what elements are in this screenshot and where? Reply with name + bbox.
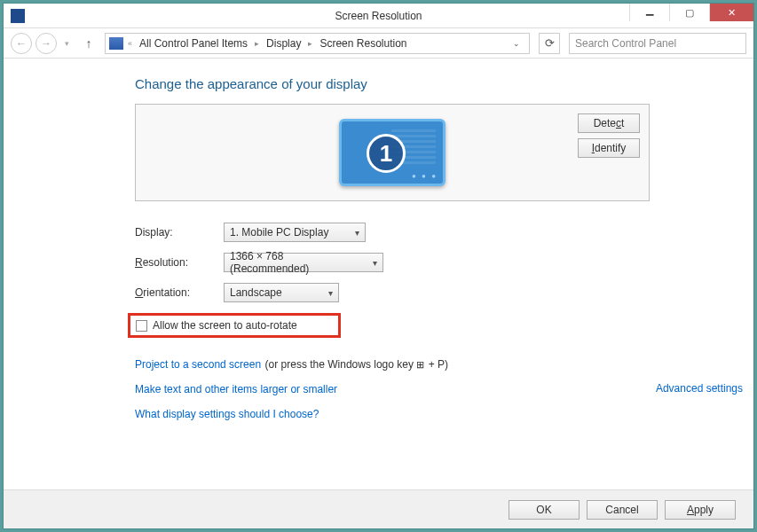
project-hint: (or press the Windows logo key (265, 358, 417, 371)
minimize-button[interactable] (629, 4, 669, 21)
search-input[interactable]: Search Control Panel (569, 33, 746, 54)
breadcrumb-item[interactable]: All Control Panel Items (137, 36, 250, 51)
autorotate-label: Allow the screen to auto-rotate (153, 319, 297, 332)
maximize-button[interactable] (669, 4, 709, 21)
windows-key-icon: ⊞ (416, 359, 424, 370)
identify-button[interactable]: Identify (578, 138, 640, 158)
breadcrumb-separator: « (125, 39, 135, 48)
refresh-button[interactable]: ⟳ (539, 33, 560, 54)
display-preview: 1 ● ● ● Detect Identify (135, 104, 650, 201)
app-icon (11, 9, 25, 23)
breadcrumb-separator: ▸ (305, 39, 315, 48)
page-heading: Change the appearance of your display (135, 76, 650, 91)
orientation-label: Orientation: (135, 286, 224, 299)
cancel-button[interactable]: Cancel (587, 500, 658, 520)
window-frame: Screen Resolution ← → ▾ ↑ « All Control … (3, 3, 754, 529)
breadcrumb-item[interactable]: Screen Resolution (317, 36, 409, 51)
back-button[interactable]: ← (11, 33, 32, 54)
forward-button[interactable]: → (35, 33, 57, 54)
up-button[interactable]: ↑ (80, 36, 98, 51)
navigation-bar: ← → ▾ ↑ « All Control Panel Items ▸ Disp… (4, 28, 753, 59)
history-dropdown-icon[interactable]: ▾ (60, 39, 73, 48)
breadcrumb-item[interactable]: Display (264, 36, 304, 51)
address-dropdown-icon[interactable]: ⌄ (513, 39, 525, 48)
detect-button[interactable]: Detect (578, 113, 640, 133)
project-second-screen-link[interactable]: Project to a second screen (135, 358, 261, 371)
dialog-footer: OK Cancel Apply (4, 489, 753, 528)
autorotate-row-highlighted: Allow the screen to auto-rotate (128, 313, 341, 338)
window-title: Screen Resolution (335, 10, 422, 22)
ok-button[interactable]: OK (509, 500, 580, 520)
content-area: Change the appearance of your display 1 … (4, 59, 753, 528)
titlebar[interactable]: Screen Resolution (4, 4, 753, 28)
resolution-label: Resolution: (135, 256, 224, 269)
window-controls (629, 4, 753, 21)
apply-button[interactable]: Apply (665, 500, 736, 520)
advanced-settings-link[interactable]: Advanced settings (656, 382, 743, 395)
close-button[interactable] (709, 4, 753, 21)
project-row: Project to a second screen (or press the… (135, 356, 650, 372)
resolution-select[interactable]: 1366 × 768 (Recommended) (224, 253, 383, 272)
display-select[interactable]: 1. Mobile PC Display (224, 223, 366, 242)
autorotate-checkbox[interactable] (136, 320, 147, 332)
help-link[interactable]: What display settings should I choose? (135, 408, 319, 420)
orientation-select[interactable]: Landscape (224, 283, 339, 302)
monitor-number-badge: 1 (367, 134, 406, 173)
control-panel-icon (109, 37, 123, 50)
text-size-link[interactable]: Make text and other items larger or smal… (135, 383, 337, 395)
display-label: Display: (135, 226, 224, 239)
address-bar[interactable]: « All Control Panel Items ▸ Display ▸ Sc… (105, 33, 530, 54)
breadcrumb-separator: ▸ (252, 39, 262, 48)
monitor-dots-icon: ● ● ● (412, 172, 438, 180)
project-hint2: + P) (429, 358, 448, 371)
monitor-thumbnail[interactable]: 1 ● ● ● (339, 119, 446, 186)
